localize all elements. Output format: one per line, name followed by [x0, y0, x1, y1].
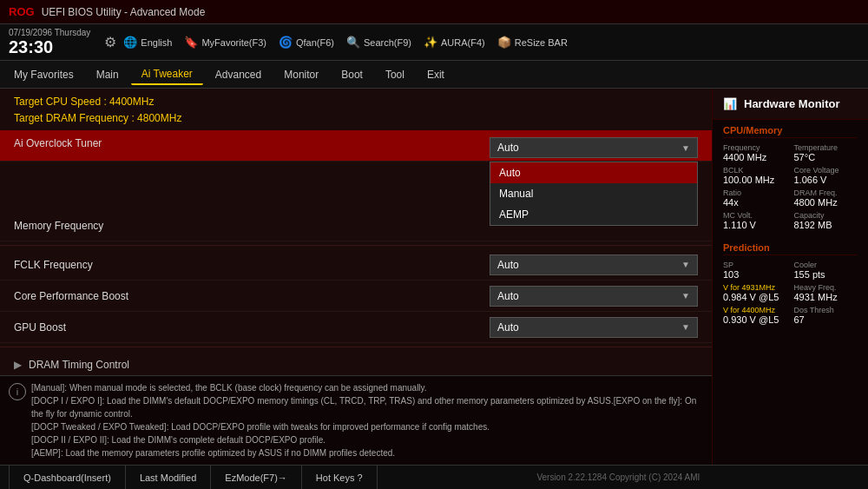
capacity-cell: Capacity 8192 MB [794, 211, 858, 230]
menu-main[interactable]: Main [86, 65, 129, 84]
lang-selector[interactable]: 🌐 English [123, 36, 172, 49]
fclk-arrow-icon: ▼ [681, 260, 690, 269]
last-modified-btn[interactable]: Last Modified [126, 466, 211, 490]
cooler-cell: Cooler 155 pts [794, 261, 858, 280]
info-box: i [Manual]: When manual mode is selected… [0, 375, 712, 465]
info-text-1: [Manual]: When manual mode is selected, … [31, 381, 703, 394]
bclk-cell: BCLK 100.00 MHz [723, 166, 787, 185]
menu-tool[interactable]: Tool [375, 65, 415, 84]
mc-volt-cell: MC Volt. 1.110 V [723, 211, 787, 230]
ratio-cell: Ratio 44x [723, 188, 787, 208]
cpu-memory-title: CPU/Memory [723, 125, 858, 138]
resizebar-btn[interactable]: 📦 ReSize BAR [497, 36, 568, 49]
core-perf-label: Core Performance Boost [14, 290, 490, 302]
prediction-grid: SP 103 Cooler 155 pts V for 4931MHz 0.98… [723, 261, 858, 325]
ai-overclock-tuner-row[interactable]: Ai Overclock Tuner Auto ▼ Auto Manual AE… [0, 130, 712, 162]
target-cpu-speed: Target CPU Speed : 4400MHz [14, 94, 698, 110]
q-dashboard-btn[interactable]: Q-Dashboard(Insert) [9, 466, 126, 490]
dropdown-option-manual[interactable]: Manual [490, 183, 697, 204]
aura-icon: ✨ [424, 36, 437, 49]
ai-overclock-value: Auto [497, 142, 519, 154]
dram-freq-cell: DRAM Freq. 4800 MHz [794, 188, 858, 208]
memory-frequency-label: Memory Frequency [14, 220, 490, 232]
settings-icon[interactable]: ⚙ [104, 34, 116, 50]
ai-overclock-label: Ai Overclock Tuner [14, 137, 490, 149]
top-bar: 07/19/2096 Thursday 23:30 ⚙ 🌐 English 🔖 … [0, 24, 868, 61]
cpu-memory-grid: Frequency 4400 MHz Temperature 57°C BCLK… [723, 143, 858, 230]
search-label: Search(F9) [364, 37, 411, 48]
menu-monitor[interactable]: Monitor [273, 65, 329, 84]
ai-overclock-dropdown-menu[interactable]: Auto Manual AEMP [490, 162, 698, 226]
hw-monitor-header: 📊 Hardware Monitor [713, 89, 868, 120]
myfavorite-label: MyFavorite(F3) [201, 37, 266, 48]
search-icon: 🔍 [346, 36, 360, 49]
fclk-value: Auto [497, 259, 519, 271]
divider-1 [0, 245, 712, 246]
gpu-boost-arrow-icon: ▼ [681, 322, 690, 332]
core-perf-arrow-icon: ▼ [681, 291, 690, 301]
menu-aitweaker[interactable]: Ai Tweaker [131, 64, 203, 85]
gpu-boost-dropdown[interactable]: Auto ▼ [490, 317, 698, 338]
hot-keys-btn[interactable]: Hot Keys ? [302, 466, 378, 490]
gpu-boost-label: GPU Boost [14, 321, 490, 334]
main-area: Target CPU Speed : 4400MHz Target DRAM F… [0, 89, 868, 465]
qfan-label: Qfan(F6) [296, 37, 334, 48]
ezmode-btn[interactable]: EzMode(F7)→ [211, 466, 302, 490]
core-voltage-cell: Core Voltage 1.066 V [794, 166, 858, 185]
time-display: 23:30 [9, 37, 90, 56]
ai-overclock-dropdown[interactable]: Auto ▼ [490, 137, 698, 158]
topbar-controls: 🌐 English 🔖 MyFavorite(F3) 🌀 Qfan(F6) 🔍 … [123, 36, 859, 49]
date-display: 07/19/2096 Thursday [9, 28, 90, 37]
temperature-cell: Temperature 57°C [794, 143, 858, 162]
v-4931mhz-cell: V for 4931MHz 0.984 V @L5 [723, 283, 787, 302]
target-dram-freq: Target DRAM Frequency : 4800MHz [14, 110, 698, 127]
qfan-btn[interactable]: 🌀 Qfan(F6) [279, 36, 334, 49]
core-perf-boost-row[interactable]: Core Performance Boost Auto ▼ [0, 281, 712, 312]
dropdown-option-auto[interactable]: Auto [490, 162, 697, 183]
fclk-dropdown[interactable]: Auto ▼ [490, 254, 698, 275]
dos-thresh-cell: Dos Thresh 67 [794, 306, 858, 325]
bottom-bar: Q-Dashboard(Insert) Last Modified EzMode… [0, 465, 868, 489]
datetime-display: 07/19/2096 Thursday 23:30 [9, 28, 90, 56]
fclk-label: FCLK Frequency [14, 259, 490, 271]
core-perf-value: Auto [497, 290, 519, 302]
target-info: Target CPU Speed : 4400MHz Target DRAM F… [0, 89, 712, 130]
hw-monitor-title: Hardware Monitor [744, 97, 840, 110]
dram-timing-label: DRAM Timing Control [29, 359, 129, 371]
search-btn[interactable]: 🔍 Search(F9) [346, 36, 411, 49]
info-icon: i [9, 383, 26, 400]
info-text-2: [DOCP I / EXPO I]: Load the DIMM's defau… [31, 394, 703, 420]
frequency-cell: Frequency 4400 MHz [723, 143, 787, 162]
menu-advanced[interactable]: Advanced [205, 65, 272, 84]
menu-exit[interactable]: Exit [417, 65, 455, 84]
aura-label: AURA(F4) [441, 37, 485, 48]
lang-label: English [141, 37, 172, 48]
myfavorite-btn[interactable]: 🔖 MyFavorite(F3) [184, 36, 266, 49]
version-text: Version 2.22.1284 Copyright (C) 2024 AMI [378, 472, 859, 482]
info-text-3: [DOCP Tweaked / EXPO Tweaked]: Load DOCP… [31, 420, 703, 433]
menu-boot[interactable]: Boot [331, 65, 373, 84]
dropdown-option-aemp[interactable]: AEMP [490, 204, 697, 225]
hw-monitor-icon: 📊 [723, 97, 737, 110]
resize-icon: 📦 [497, 36, 511, 49]
prediction-section: Prediction SP 103 Cooler 155 pts V for 4… [713, 237, 868, 332]
prediction-title: Prediction [723, 242, 858, 255]
globe-icon: 🌐 [123, 36, 137, 49]
bottom-actions: Q-Dashboard(Insert) Last Modified EzMode… [9, 466, 378, 490]
gpu-boost-row[interactable]: GPU Boost Auto ▼ [0, 312, 712, 343]
core-perf-dropdown[interactable]: Auto ▼ [490, 286, 698, 307]
rog-logo: ROG [9, 5, 35, 18]
fclk-frequency-row[interactable]: FCLK Frequency Auto ▼ [0, 249, 712, 281]
title-bar: ROG UEFI BIOS Utility - Advanced Mode [0, 0, 868, 24]
sp-cell: SP 103 [723, 261, 787, 280]
gpu-boost-value: Auto [497, 321, 519, 334]
cpu-memory-section: CPU/Memory Frequency 4400 MHz Temperatur… [713, 120, 868, 237]
info-text-4: [DOCP II / EXPO II]: Load the DIMM's com… [31, 433, 703, 446]
v-4400mhz-cell: V for 4400MHz 0.930 V @L5 [723, 306, 787, 325]
menu-myfavorites[interactable]: My Favorites [3, 65, 84, 84]
divider-2 [0, 347, 712, 347]
info-text-5: [AEMP]: Load the memory parameters profi… [31, 446, 703, 459]
aura-btn[interactable]: ✨ AURA(F4) [424, 36, 485, 49]
dram-expand-icon: ▶ [14, 359, 22, 371]
hw-monitor-panel: 📊 Hardware Monitor CPU/Memory Frequency … [712, 89, 868, 465]
